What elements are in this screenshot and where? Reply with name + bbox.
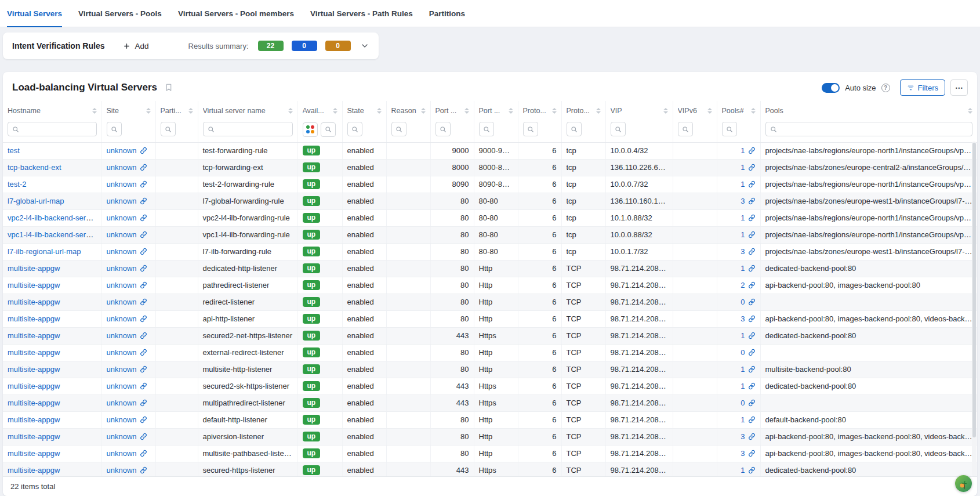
site-link[interactable]: unknown	[107, 298, 147, 306]
sort-icon[interactable]	[704, 108, 712, 114]
tab-partitions[interactable]: Partitions	[429, 0, 465, 27]
sort-icon[interactable]	[89, 108, 97, 114]
collapse-button[interactable]	[360, 41, 369, 50]
site-link[interactable]: unknown	[107, 331, 147, 340]
table-row[interactable]: multisite-appgwunknownapiversion-listene…	[3, 428, 977, 445]
add-button[interactable]: Add	[123, 42, 148, 50]
table-row[interactable]: multisite-appgwunknownsecured-https-list…	[3, 462, 977, 476]
hostname-link[interactable]: multisite-appgw	[8, 331, 60, 340]
sort-icon[interactable]	[185, 108, 193, 114]
table-row[interactable]: multisite-appgwunknowndedicated-http-lis…	[3, 260, 977, 277]
summary-badge-orange[interactable]: 0	[325, 41, 351, 51]
table-row[interactable]: multisite-appgwunknownsecured2-sk-https-…	[3, 378, 977, 394]
hostname-link[interactable]: multisite-appgw	[8, 382, 60, 390]
table-row[interactable]: vpc1-l4-ilb-backend-serviceunknownvpc1-l…	[3, 226, 977, 243]
hostname-link[interactable]: multisite-appgw	[8, 432, 60, 441]
site-link[interactable]: unknown	[107, 466, 147, 475]
hostname-link[interactable]: l7-global-url-map	[8, 197, 64, 205]
site-link[interactable]: unknown	[107, 180, 147, 189]
hostname-link[interactable]: test	[8, 146, 20, 155]
bookmark-icon[interactable]	[164, 83, 173, 92]
column-header-vipv6[interactable]: VIPv6	[673, 101, 717, 120]
sort-icon[interactable]	[143, 108, 151, 114]
hostname-link[interactable]: multisite-appgw	[8, 314, 60, 323]
table-row[interactable]: test-2unknowntest-2-forwarding-ruleupena…	[3, 176, 977, 193]
sort-icon[interactable]	[549, 108, 557, 114]
site-link[interactable]: unknown	[107, 399, 147, 407]
pools-count-link[interactable]: 0	[741, 348, 755, 357]
help-icon[interactable]: ?	[881, 84, 890, 92]
pools-count-link[interactable]: 1	[741, 230, 755, 239]
table-row[interactable]: tcp-backend-extunknowntcp-forwarding-ext…	[3, 159, 977, 176]
hostname-link[interactable]: vpc1-l4-ilb-backend-service	[8, 230, 99, 239]
table-row[interactable]: vpc2-l4-ilb-backend-serviceunknownvpc2-l…	[3, 209, 977, 226]
sort-icon[interactable]	[418, 108, 426, 114]
hostname-link[interactable]: multisite-appgw	[8, 348, 60, 357]
hostname-link[interactable]: multisite-appgw	[8, 365, 60, 374]
pools-count-link[interactable]: 1	[741, 331, 755, 340]
vertical-scrollbar[interactable]	[972, 142, 977, 476]
pools-count-link[interactable]: 1	[741, 466, 755, 475]
filter-search-button-site[interactable]	[107, 122, 122, 136]
table-row[interactable]: multisite-appgwunknownredirect-listeneru…	[3, 294, 977, 310]
tab-virtual-servers[interactable]: Virtual Servers	[7, 0, 62, 27]
sort-icon[interactable]	[329, 108, 337, 114]
site-link[interactable]: unknown	[107, 264, 147, 273]
column-header-protocol[interactable]: Proto...	[561, 101, 605, 120]
column-header-port_name[interactable]: Port ...	[474, 101, 518, 120]
pools-count-link[interactable]: 3	[741, 197, 755, 205]
table-row[interactable]: multisite-appgwunknownapi-http-listeneru…	[3, 310, 977, 327]
pools-count-link[interactable]: 2	[741, 281, 755, 289]
filter-search-button-state[interactable]	[347, 122, 362, 136]
filter-search-button-protocol[interactable]	[567, 122, 582, 136]
filter-search-button-partition[interactable]	[161, 122, 176, 136]
filter-input-hostname[interactable]	[22, 125, 92, 133]
pools-count-link[interactable]: 3	[741, 247, 755, 256]
filter-input-pools[interactable]	[780, 125, 968, 133]
hostname-link[interactable]: tcp-backend-ext	[8, 163, 61, 172]
table-row[interactable]: multisite-appgwunknownexternal-redirect-…	[3, 344, 977, 361]
pools-count-link[interactable]: 3	[741, 449, 755, 458]
support-widget[interactable]	[955, 475, 972, 492]
site-link[interactable]: unknown	[107, 348, 147, 357]
filters-button[interactable]: Filters	[900, 79, 945, 96]
auto-size-toggle[interactable]	[822, 83, 840, 93]
hostname-link[interactable]: multisite-appgw	[8, 264, 60, 273]
table-row[interactable]: multisite-appgwunknownsecured2-net-https…	[3, 327, 977, 344]
site-link[interactable]: unknown	[107, 281, 147, 289]
column-header-protocol_number[interactable]: Proto...	[518, 101, 561, 120]
column-header-state[interactable]: State	[342, 101, 386, 120]
pools-count-link[interactable]: 1	[741, 382, 755, 390]
scrollbar-thumb[interactable]	[972, 143, 976, 437]
filter-search-button-vipv6[interactable]	[678, 122, 693, 136]
table-row[interactable]: l7-global-url-mapunknownl7-global-forwar…	[3, 193, 977, 209]
site-link[interactable]: unknown	[107, 213, 147, 222]
table-row[interactable]: multisite-appgwunknownmultipathredirect-…	[3, 394, 977, 411]
pools-count-link[interactable]: 1	[741, 180, 755, 189]
table-row[interactable]: multisite-appgwunknowndefault-http-liste…	[3, 411, 977, 428]
table-row[interactable]: multisite-appgwunknownmultisite-pathbase…	[3, 445, 977, 462]
sort-icon[interactable]	[593, 108, 601, 114]
hostname-link[interactable]: test-2	[8, 180, 27, 189]
site-link[interactable]: unknown	[107, 365, 147, 374]
site-link[interactable]: unknown	[107, 432, 147, 441]
pools-count-link[interactable]: 1	[741, 415, 755, 424]
hostname-link[interactable]: multisite-appgw	[8, 466, 60, 475]
table-row[interactable]: testunknowntest-forwarding-ruleupenabled…	[3, 142, 977, 159]
filter-search-button-vip[interactable]	[611, 122, 626, 136]
tab-virtual-servers-path-rules[interactable]: Virtual Servers - Path Rules	[310, 0, 413, 27]
hostname-link[interactable]: vpc2-l4-ilb-backend-service	[8, 213, 99, 222]
column-header-pools_count[interactable]: Pools#	[717, 101, 760, 120]
pools-count-link[interactable]: 3	[741, 314, 755, 323]
site-link[interactable]: unknown	[107, 230, 147, 239]
filter-search-button-protocol_number[interactable]	[523, 122, 538, 136]
site-link[interactable]: unknown	[107, 449, 147, 458]
site-link[interactable]: unknown	[107, 415, 147, 424]
table-row[interactable]: multisite-appgwunknownmultisite-http-lis…	[3, 361, 977, 378]
site-link[interactable]: unknown	[107, 163, 147, 172]
column-header-availability[interactable]: Avail...	[297, 101, 342, 120]
column-header-reason[interactable]: Reason	[386, 101, 430, 120]
site-link[interactable]: unknown	[107, 314, 147, 323]
column-header-site[interactable]: Site	[101, 101, 155, 120]
hostname-link[interactable]: multisite-appgw	[8, 449, 60, 458]
